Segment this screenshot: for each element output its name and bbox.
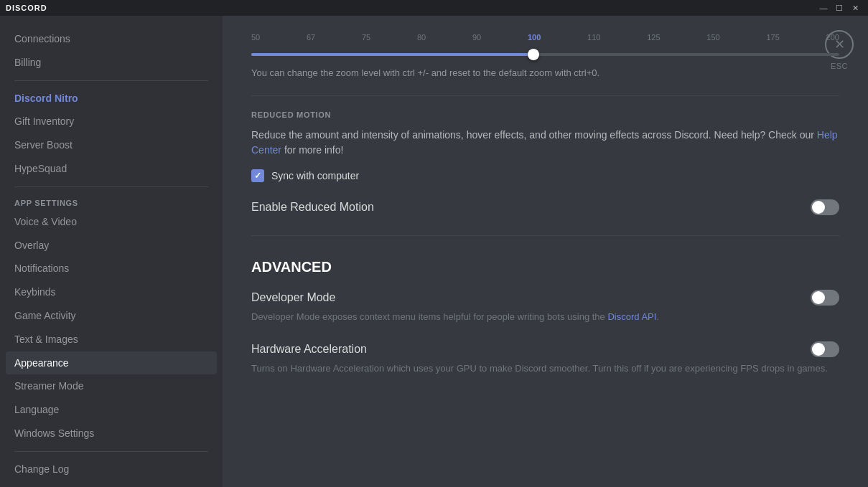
zoom-label-110: 110 <box>587 33 600 42</box>
zoom-label-67: 67 <box>307 33 315 42</box>
sidebar-divider-3 <box>14 451 208 452</box>
zoom-label-90: 90 <box>472 33 481 42</box>
help-center-link[interactable]: Help Center <box>251 129 838 156</box>
discord-api-link[interactable]: Discord API <box>607 311 656 322</box>
sidebar-divider-1 <box>14 80 208 81</box>
zoom-slider[interactable] <box>251 47 839 62</box>
maximize-button[interactable]: ☐ <box>832 2 846 14</box>
hardware-acceleration-toggle-knob <box>812 343 825 356</box>
sidebar-item-keybinds[interactable]: Keybinds <box>6 280 217 304</box>
main-content: ✕ ESC 50 67 75 80 90 100 110 125 150 175… <box>223 16 868 487</box>
advanced-heading: ADVANCED <box>251 259 839 275</box>
hardware-acceleration-header: Hardware Acceleration <box>251 341 839 357</box>
developer-mode-toggle[interactable] <box>811 290 839 306</box>
close-button[interactable]: ✕ <box>848 2 862 14</box>
sidebar-item-language[interactable]: Language <box>6 398 217 422</box>
slider-fill <box>251 53 533 56</box>
section-divider-2 <box>251 235 839 236</box>
sidebar-item-text-images[interactable]: Text & Images <box>6 328 217 351</box>
enable-reduced-motion-toggle[interactable] <box>811 199 839 215</box>
developer-mode-toggle-knob <box>812 291 825 304</box>
enable-reduced-motion-row: Enable Reduced Motion <box>251 194 839 221</box>
minimize-button[interactable]: — <box>816 2 831 14</box>
checkbox-check-icon: ✓ <box>254 171 261 181</box>
section-divider-1 <box>251 95 839 96</box>
titlebar: DISCORD — ☐ ✕ <box>0 0 868 16</box>
zoom-labels: 50 67 75 80 90 100 110 125 150 175 200 <box>251 33 839 42</box>
slider-track <box>251 53 839 56</box>
developer-mode-title: Developer Mode <box>251 291 335 304</box>
sidebar-item-change-log[interactable]: Change Log <box>6 458 217 481</box>
advanced-section: ADVANCED Developer Mode Developer Mode e… <box>251 259 839 375</box>
sidebar-item-overlay[interactable]: Overlay <box>6 234 217 257</box>
sidebar-item-hypesquad[interactable]: HypeSquad <box>6 157 217 181</box>
esc-label: ESC <box>831 62 848 70</box>
sync-checkbox[interactable]: ✓ <box>251 169 264 182</box>
sidebar-item-windows-settings[interactable]: Windows Settings <box>6 422 217 445</box>
slider-thumb[interactable] <box>528 49 539 60</box>
sync-checkbox-row: ✓ Sync with computer <box>251 169 839 182</box>
zoom-section: 50 67 75 80 90 100 110 125 150 175 200 Y… <box>251 33 839 78</box>
zoom-hint: You can change the zoom level with ctrl … <box>251 67 839 78</box>
app-body: Connections Billing Discord Nitro Gift I… <box>0 16 868 487</box>
sidebar-item-streamer-mode[interactable]: Streamer Mode <box>6 374 217 398</box>
sidebar: Connections Billing Discord Nitro Gift I… <box>0 16 223 487</box>
zoom-label-150: 150 <box>706 33 719 42</box>
sidebar-item-discord-nitro[interactable]: Discord Nitro <box>6 87 217 110</box>
developer-mode-header: Developer Mode <box>251 290 839 306</box>
sidebar-item-server-boost[interactable]: Server Boost <box>6 133 217 157</box>
hardware-acceleration-description: Turns on Hardware Acceleration which use… <box>251 361 839 376</box>
reduced-motion-heading: REDUCED MOTION <box>251 110 839 119</box>
sidebar-item-notifications[interactable]: Notifications <box>6 257 217 280</box>
sidebar-item-game-activity[interactable]: Game Activity <box>6 304 217 328</box>
window-controls: — ☐ ✕ <box>816 2 862 14</box>
hardware-acceleration-item: Hardware Acceleration Turns on Hardware … <box>251 341 839 376</box>
developer-mode-item: Developer Mode Developer Mode exposes co… <box>251 290 839 324</box>
app-logo: DISCORD <box>6 4 47 12</box>
zoom-label-100: 100 <box>528 33 541 42</box>
zoom-label-80: 80 <box>417 33 426 42</box>
sidebar-item-gift-inventory[interactable]: Gift Inventory <box>6 110 217 133</box>
sidebar-item-appearance[interactable]: Appearance <box>6 351 217 375</box>
hardware-acceleration-title: Hardware Acceleration <box>251 343 367 356</box>
app-settings-label: APP SETTINGS <box>6 193 217 210</box>
zoom-label-175: 175 <box>766 33 779 42</box>
zoom-label-125: 125 <box>647 33 660 42</box>
reduced-motion-description: Reduce the amount and intensity of anima… <box>251 128 839 158</box>
sidebar-item-billing[interactable]: Billing <box>6 51 217 75</box>
zoom-label-50: 50 <box>251 33 260 42</box>
hardware-acceleration-toggle[interactable] <box>811 341 839 357</box>
sync-label: Sync with computer <box>271 170 359 181</box>
sidebar-item-connections[interactable]: Connections <box>6 27 217 51</box>
enable-reduced-motion-label: Enable Reduced Motion <box>251 201 374 214</box>
developer-mode-description: Developer Mode exposes context menu item… <box>251 310 839 324</box>
zoom-label-75: 75 <box>362 33 370 42</box>
toggle-knob <box>812 201 825 214</box>
sidebar-divider-2 <box>14 186 208 187</box>
sidebar-item-voice-video[interactable]: Voice & Video <box>6 210 217 234</box>
